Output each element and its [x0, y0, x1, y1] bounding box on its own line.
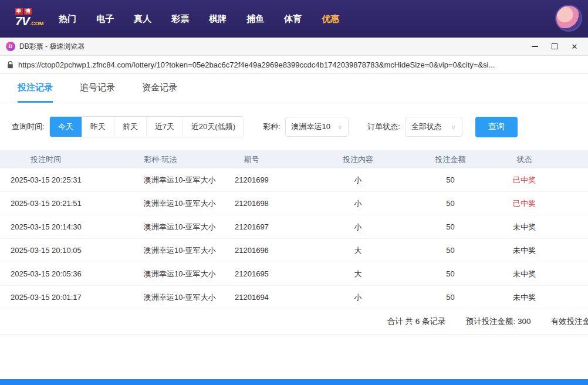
time-filter-group: 今天昨天前天近7天近20天(低频) [49, 116, 244, 137]
top-nav-item[interactable]: 优惠 [322, 13, 339, 25]
filter-row: 查询时间: 今天昨天前天近7天近20天(低频) 彩种: 澳洲幸运10 ∨ 订单状… [12, 116, 588, 137]
time-filter-option[interactable]: 前天 [114, 117, 146, 137]
summary-total: 合计 共 6 条记录 [387, 316, 446, 327]
tab[interactable]: 资金记录 [142, 82, 177, 103]
bet-table-header: 投注时间彩种-玩法期号投注内容投注金额状态 [0, 150, 588, 168]
cell-issue: 21201697 [226, 222, 311, 231]
cell-issue: 21201694 [226, 293, 311, 302]
table-row: 2025-03-15 20:21:51澳洲幸运10-亚军大小21201698小5… [0, 192, 588, 215]
cell-status: 未中奖 [496, 222, 588, 232]
time-filter-label: 查询时间: [12, 121, 45, 132]
table-header-cell: 投注金额 [405, 154, 496, 165]
top-nav-item[interactable]: 真人 [134, 13, 151, 25]
cell-content: 小 [311, 198, 405, 209]
cell-time: 2025-03-15 20:14:30 [0, 222, 132, 231]
cell-issue: 21201695 [226, 269, 311, 278]
maximize-icon [552, 43, 557, 49]
cell-status: 未中奖 [496, 292, 588, 303]
bet-table-body: 2025-03-15 20:25:31澳洲幸运10-亚军大小21201699小5… [0, 168, 588, 309]
window-title: DB彩票 - 极速浏览器 [19, 42, 525, 52]
cell-issue: 21201699 [226, 175, 311, 184]
minimize-button[interactable] [525, 38, 545, 55]
table-header-cell: 彩种-玩法 [132, 154, 226, 165]
chevron-down-icon: ∨ [451, 123, 456, 131]
browser-tab-icon: D [6, 42, 15, 51]
lottery-select-value: 澳洲幸运10 [292, 121, 330, 132]
summary-expected-amount: 预计投注金额: 300 [465, 316, 530, 327]
table-row: 2025-03-15 20:25:31澳洲幸运10-亚军大小21201699小5… [0, 168, 588, 192]
order-status-label: 订单状态: [367, 121, 400, 132]
bet-table: 投注时间彩种-玩法期号投注内容投注金额状态 2025-03-15 20:25:3… [0, 150, 588, 309]
table-row: 2025-03-15 20:01:17澳洲幸运10-亚军大小21201694小5… [0, 286, 588, 309]
cell-issue: 21201698 [226, 199, 311, 208]
site-logo-suffix: .COM [30, 21, 44, 26]
cell-content: 小 [311, 175, 405, 185]
cell-amount: 50 [405, 269, 496, 278]
cell-game: 澳洲幸运10-亚军大小 [132, 198, 226, 209]
cell-amount: 50 [405, 199, 496, 208]
close-button[interactable]: ✕ [565, 38, 584, 55]
lottery-select[interactable]: 澳洲幸运10 ∨ [285, 117, 349, 137]
cell-status: 未中奖 [496, 269, 588, 279]
top-nav-item[interactable]: 捕鱼 [246, 13, 264, 25]
table-header-cell: 期号 [226, 154, 311, 165]
top-nav-item[interactable]: 棋牌 [209, 13, 227, 25]
time-filter-option[interactable]: 近7天 [146, 117, 183, 137]
close-icon: ✕ [572, 43, 578, 50]
page-content: 投注记录追号记录资金记录 查询时间: 今天昨天前天近7天近20天(低频) 彩种:… [0, 74, 588, 379]
minimize-icon [532, 46, 538, 47]
cell-content: 大 [311, 245, 405, 256]
order-status-select[interactable]: 全部状态 ∨ [405, 117, 462, 137]
tab[interactable]: 投注记录 [18, 82, 53, 103]
lock-icon [7, 61, 13, 69]
cell-status: 已中奖 [496, 198, 588, 209]
time-filter-option[interactable]: 近20天(低频) [183, 117, 244, 137]
maximize-button[interactable] [545, 38, 565, 55]
bottom-bar [0, 379, 588, 385]
cell-game: 澳洲幸运10-亚军大小 [132, 175, 226, 185]
cell-game: 澳洲幸运10-亚军大小 [132, 222, 226, 232]
cell-content: 小 [311, 292, 405, 303]
browser-title-bar: D DB彩票 - 极速浏览器 ✕ [0, 38, 588, 56]
lottery-filter-label: 彩种: [263, 121, 281, 132]
summary-valid-amount: 有效投注金 [551, 316, 588, 327]
top-nav-items: 热门电子真人彩票棋牌捕鱼体育优惠 [59, 13, 339, 25]
site-logo-brand: 7V.COM [15, 15, 43, 30]
chevron-down-icon: ∨ [337, 123, 342, 131]
top-nav-item[interactable]: 体育 [284, 13, 302, 25]
cell-content: 小 [311, 222, 405, 232]
tab[interactable]: 追号记录 [80, 82, 115, 103]
table-header-cell: 投注时间 [0, 154, 132, 165]
table-header-cell: 状态 [496, 154, 588, 165]
cell-amount: 50 [405, 293, 496, 302]
table-header-cell: 投注内容 [311, 154, 405, 165]
cell-amount: 50 [405, 222, 496, 231]
record-tabs: 投注记录追号记录资金记录 [0, 74, 588, 103]
cell-game: 澳洲幸运10-亚军大小 [132, 292, 226, 303]
top-nav-item[interactable]: 热门 [59, 13, 76, 25]
address-bar[interactable]: https://ctop02pchwp1.zfnc84.com/lottery/… [0, 56, 588, 74]
site-logo[interactable]: 申 博 7V.COM [15, 8, 43, 30]
query-button[interactable]: 查询 [475, 117, 518, 137]
cell-amount: 50 [405, 175, 496, 184]
cell-amount: 50 [405, 246, 496, 255]
url-text: https://ctop02pchwp1.zfnc84.com/lottery/… [18, 60, 495, 69]
cell-content: 大 [311, 269, 405, 279]
cell-time: 2025-03-15 20:10:05 [0, 246, 132, 255]
user-avatar[interactable] [555, 5, 582, 32]
top-nav-item[interactable]: 彩票 [171, 13, 189, 25]
top-site-bar: 申 博 7V.COM 热门电子真人彩票棋牌捕鱼体育优惠 [0, 0, 588, 38]
table-row: 2025-03-15 20:10:05澳洲幸运10-亚军大小21201696大5… [0, 239, 588, 262]
top-nav-item[interactable]: 电子 [96, 13, 114, 25]
window-controls: ✕ [525, 38, 584, 55]
time-filter-option[interactable]: 昨天 [82, 117, 114, 137]
cell-game: 澳洲幸运10-亚军大小 [132, 245, 226, 256]
cell-time: 2025-03-15 20:01:17 [0, 293, 132, 302]
cell-time: 2025-03-15 20:21:51 [0, 199, 132, 208]
summary-row: 合计 共 6 条记录 预计投注金额: 300 有效投注金 [0, 309, 588, 335]
cell-time: 2025-03-15 20:05:36 [0, 269, 132, 278]
order-status-value: 全部状态 [411, 121, 442, 132]
cell-status: 已中奖 [496, 175, 588, 185]
cell-issue: 21201696 [226, 246, 311, 255]
time-filter-option[interactable]: 今天 [50, 117, 82, 137]
